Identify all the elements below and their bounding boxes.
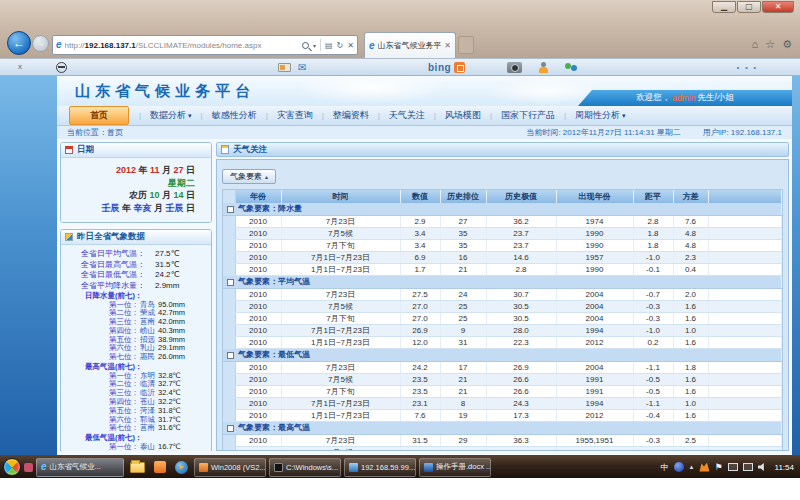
table-cell: 2010 <box>235 435 281 447</box>
group-checkbox[interactable] <box>227 352 234 359</box>
table-cell: 7月1日~7月23日 <box>281 398 400 410</box>
menu-item-4[interactable]: 灾害查询 <box>268 109 322 122</box>
tray-flag-icon[interactable]: ⚑ <box>714 463 722 472</box>
home-icon[interactable]: ⌂ <box>752 38 759 51</box>
taskbar-ie-button[interactable]: e 山东省气候业... <box>36 458 124 477</box>
tray-globe-icon[interactable] <box>674 462 684 472</box>
calendar-text-part: 年 <box>122 203 134 213</box>
bing-logo[interactable]: bing <box>428 62 465 73</box>
menu-item-6[interactable]: 天气关注 <box>380 109 434 122</box>
tray-expand-icon[interactable]: ▲ <box>689 464 695 470</box>
taskbar-button-cmd[interactable]: C:\Windows\s... <box>269 458 341 477</box>
table-cell: 1.6 <box>673 410 708 422</box>
window-maximize-button[interactable]: ▢ <box>737 1 761 13</box>
menu-item-7[interactable]: 风场模图 <box>436 109 490 122</box>
toolbar-close-icon[interactable]: x <box>18 63 22 71</box>
menu-item-3[interactable]: 敏感性分析 <box>203 109 266 122</box>
gear-icon[interactable]: ⚙ <box>782 38 792 51</box>
table-row: 20107月23日2.92736.219742.87.6 <box>223 216 782 228</box>
menu-item-1[interactable]: 首页 <box>69 106 129 125</box>
person-icon[interactable] <box>538 62 549 73</box>
table-row: 20107月5候31.42535.31951-0.31.9 <box>223 447 782 451</box>
envelope-icon[interactable]: ✉ <box>298 61 306 74</box>
window-close-button[interactable]: ✕ <box>762 1 794 13</box>
table-cell: -1.1 <box>633 398 673 410</box>
back-button[interactable]: ← <box>7 31 31 55</box>
taskbar-app-icon[interactable] <box>154 461 166 473</box>
table-cell: 27 <box>440 216 486 228</box>
tab-close-icon[interactable]: ✕ <box>444 42 451 50</box>
chevron-down-icon: ▾ <box>620 112 625 119</box>
panel-title: 天气关注 <box>233 144 267 156</box>
stat-row: 全省日最高气温：31.5℃ <box>61 260 209 271</box>
tray-fox-icon[interactable] <box>699 463 709 472</box>
rank-row: 第七位：莒南31.6℃ <box>61 424 209 433</box>
ie-page-icon: e <box>56 40 62 50</box>
row-select-cell <box>223 216 235 228</box>
compatibility-icon[interactable]: ▤ <box>325 41 333 50</box>
new-tab-button[interactable] <box>458 36 474 54</box>
table-row: 20107月5候23.52126.61991-0.51.6 <box>223 374 782 386</box>
user-ip: 用户IP: 192.168.137.1 <box>703 127 782 138</box>
calendar-text-part: 壬辰 <box>101 203 122 213</box>
table-cell-filler <box>708 386 782 398</box>
stat-row: 全省日最低气温：24.2℃ <box>61 270 209 281</box>
element-filter-button[interactable]: 气象要素 ▴ <box>222 169 276 184</box>
table-cell: 25 <box>440 447 486 451</box>
toolbar-circle-icon[interactable] <box>56 62 67 73</box>
taskbar-pinned-icon[interactable] <box>24 463 33 472</box>
search-icon[interactable] <box>302 42 309 49</box>
table-cell: 2.8 <box>486 264 556 276</box>
group-header-row: 气象要素：平均气温 <box>223 276 782 289</box>
group-checkbox[interactable] <box>227 425 234 432</box>
forward-button[interactable]: → <box>32 35 49 52</box>
taskbar-button-rdp[interactable]: 192.168.59.99... <box>344 458 416 477</box>
start-button[interactable] <box>3 458 21 476</box>
calendar-text-part: 11 <box>150 165 162 175</box>
tray-language-indicator[interactable]: 中 <box>661 462 669 473</box>
column-header: 出现年份 <box>556 190 633 203</box>
menu-item-9[interactable]: 周期性分析 ▾ <box>566 109 634 122</box>
refresh-icon[interactable]: ↻ <box>337 41 344 50</box>
tray-volume-icon[interactable] <box>758 463 767 471</box>
group-checkbox[interactable] <box>227 206 234 213</box>
folder-icon[interactable] <box>130 462 145 473</box>
menu-item-8[interactable]: 国家下行产品 <box>492 109 564 122</box>
table-row: 20101月1日~7月23日12.03122.320120.21.6 <box>223 337 782 349</box>
calendar-text-part: 日 <box>186 165 195 175</box>
group-checkbox[interactable] <box>227 279 234 286</box>
bing-search-icon[interactable] <box>454 62 465 73</box>
taskbar-button-word[interactable]: 操作手册.docx .. <box>419 458 491 477</box>
calendar-text-part: 壬辰 <box>165 203 186 213</box>
calendar-icon <box>65 146 73 154</box>
table-cell: 1.6 <box>673 386 708 398</box>
table-cell: 2010 <box>235 289 281 301</box>
window-minimize-button[interactable]: ▁ <box>712 1 736 13</box>
address-bar[interactable]: e http://192.168.137.1/SLCCLIMATE/module… <box>52 35 358 55</box>
tray-display-icon[interactable] <box>743 463 753 471</box>
favorites-star-icon[interactable]: ☆ <box>765 38 775 51</box>
group-label: 气象要素：降水量 <box>238 204 302 213</box>
taskbar-button-win2008-icon <box>199 463 208 472</box>
table-cell-filler <box>708 325 782 337</box>
table-cell: -0.3 <box>633 301 673 313</box>
table-cell: 31 <box>440 337 486 349</box>
row-select-cell <box>223 301 235 313</box>
camera-icon[interactable] <box>507 62 522 73</box>
taskbar-clock[interactable]: 11:54 <box>775 463 794 472</box>
photo-card-icon[interactable] <box>278 63 291 72</box>
table-cell: 1.0 <box>673 325 708 337</box>
menu-item-5[interactable]: 整编资料 <box>324 109 378 122</box>
menu-item-2[interactable]: 数据分析 ▾ <box>141 109 200 122</box>
weather-panel-title: 昨日全省气象数据 <box>77 231 145 243</box>
search-dropdown-icon[interactable]: ▾ <box>313 42 316 49</box>
people-icon[interactable] <box>565 62 578 73</box>
stop-icon[interactable]: ✕ <box>347 41 354 50</box>
table-row: 20107月1日~7月23日23.1824.31994-1.11.0 <box>223 398 782 410</box>
taskbar-button-win2008[interactable]: Win2008 (VS2... <box>194 458 266 477</box>
taskbar-button-word-icon <box>424 463 433 472</box>
media-player-icon[interactable] <box>175 461 188 474</box>
tray-network-icon[interactable] <box>728 463 738 471</box>
browser-tab[interactable]: e 山东省气候业务平... ✕ <box>364 32 456 58</box>
more-options-icon[interactable]: • • • <box>737 64 758 71</box>
